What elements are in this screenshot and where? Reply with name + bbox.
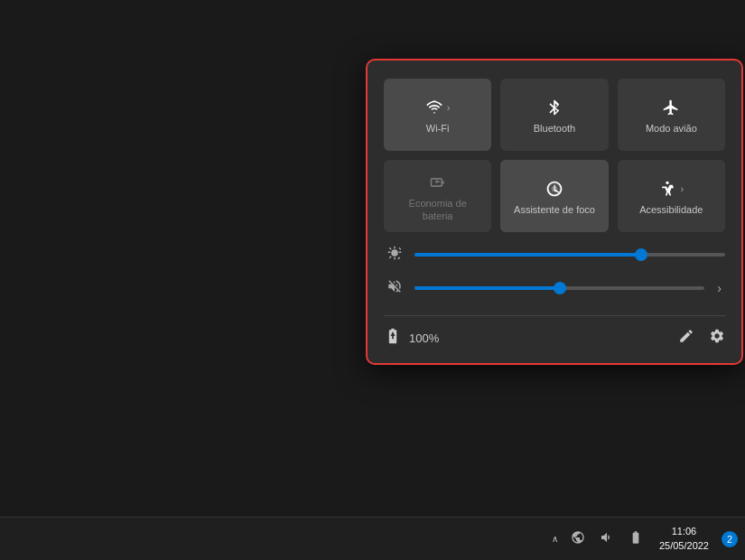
brightness-thumb[interactable] (635, 248, 647, 261)
volume-fill (414, 286, 560, 290)
volume-row: › (384, 277, 725, 299)
brightness-track (414, 253, 725, 257)
focus-label: Assistente de foco (514, 203, 595, 216)
taskbar-volume-icon[interactable] (594, 527, 619, 551)
bluetooth-label: Bluetooth (534, 122, 575, 135)
tile-focus[interactable]: Assistente de foco (500, 160, 608, 232)
taskbar-globe-icon[interactable] (565, 527, 591, 551)
bottom-bar: 100% (384, 315, 725, 349)
accessibility-label: Acessibilidade (639, 203, 703, 216)
battery-saver-tile-icon (429, 173, 447, 191)
airplane-label: Modo avião (646, 122, 697, 135)
brightness-icon (384, 245, 405, 265)
edit-icon[interactable] (678, 328, 694, 348)
bottom-actions (678, 328, 725, 348)
tiles-row-2: Economia de bateria Assistente de foco › (384, 160, 725, 232)
volume-icon (384, 278, 405, 298)
tiles-row-1: › Wi-Fi Bluetooth Modo avião (384, 79, 725, 151)
brightness-slider[interactable] (414, 246, 725, 264)
wifi-label: Wi-Fi (426, 122, 450, 135)
taskbar: ∧ 11:06 25/05/2022 2 (0, 517, 745, 560)
battery-info: 100% (384, 327, 439, 349)
action-center: › Wi-Fi Bluetooth Modo avião (366, 59, 743, 365)
tile-airplane[interactable]: Modo avião (618, 79, 725, 151)
wifi-chevron: › (447, 102, 451, 113)
tile-wifi[interactable]: › Wi-Fi (384, 79, 491, 151)
bluetooth-tile-icon (545, 98, 563, 117)
volume-arrow[interactable]: › (713, 277, 725, 299)
svg-point-0 (666, 182, 669, 184)
taskbar-notification-badge[interactable]: 2 (722, 531, 738, 547)
taskbar-chevron-up[interactable]: ∧ (548, 530, 562, 547)
taskbar-battery-icon[interactable] (623, 527, 648, 551)
taskbar-time: 11:06 (659, 525, 709, 538)
brightness-fill (414, 253, 641, 257)
focus-tile-icon (545, 180, 563, 198)
battery-percent: 100% (409, 331, 439, 345)
tile-bluetooth[interactable]: Bluetooth (500, 79, 608, 151)
accessibility-chevron: › (680, 183, 684, 194)
wifi-tile-icon: › (425, 98, 451, 117)
tile-battery-saver[interactable]: Economia de bateria (384, 160, 491, 232)
accessibility-tile-icon: › (658, 180, 684, 198)
volume-thumb[interactable] (554, 282, 566, 294)
airplane-tile-icon (662, 98, 680, 117)
volume-slider[interactable] (414, 279, 704, 297)
tile-accessibility[interactable]: › Acessibilidade (618, 160, 725, 232)
taskbar-date: 25/05/2022 (659, 539, 709, 553)
brightness-row (384, 245, 725, 265)
taskbar-clock[interactable]: 11:06 25/05/2022 (652, 521, 716, 556)
battery-saver-label: Economia de bateria (393, 197, 482, 223)
settings-icon[interactable] (709, 328, 725, 348)
volume-track (414, 286, 704, 290)
taskbar-right: ∧ 11:06 25/05/2022 2 (548, 521, 738, 556)
battery-plug-icon (384, 327, 402, 349)
